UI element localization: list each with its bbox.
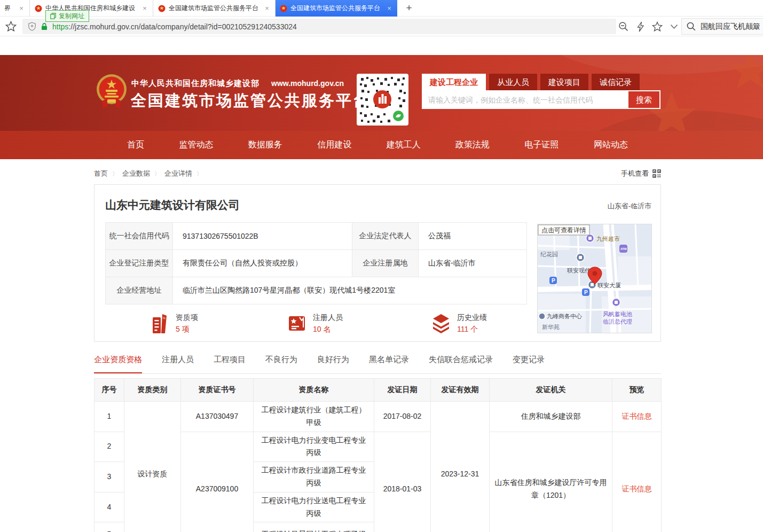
tab-registered-personnel[interactable]: 注册人员 [162, 355, 194, 373]
close-icon[interactable]: × [141, 4, 148, 12]
breadcrumb-home[interactable]: 首页 [94, 169, 108, 178]
stat-label: 注册人员 [313, 313, 343, 323]
new-tab-button[interactable]: + [402, 1, 416, 15]
tab-blacklist[interactable]: 黑名单记录 [369, 355, 409, 373]
search-tab-enterprise[interactable]: 建设工程企业 [422, 74, 486, 90]
info-label: 企业登记注册类型 [106, 250, 173, 277]
tab-qualifications[interactable]: 企业资质资格 [94, 355, 142, 373]
tab-good-behavior[interactable]: 良好行为 [317, 355, 349, 373]
hot-search-box[interactable]: 国航回应飞机颠簸 [681, 18, 763, 35]
tab-change-records[interactable]: 变更记录 [513, 355, 545, 373]
col-header-category: 资质类别 [124, 379, 181, 402]
site-favicon-emblem-icon [158, 5, 166, 12]
tab-bad-behavior[interactable]: 不良行为 [265, 355, 297, 373]
cert-info-link[interactable]: 证书信息 [622, 412, 652, 420]
nav-item-credit[interactable]: 信用建设 [317, 139, 351, 151]
layers-icon [431, 313, 451, 333]
table-header-row: 序号 资质类别 资质证书号 资质名称 发证日期 发证有效期 发证机关 预览 [95, 379, 662, 402]
lightning-icon[interactable] [636, 21, 644, 32]
map-label-battery-2: 临沂总代理 [603, 318, 632, 325]
map-parking-label: P [584, 290, 588, 295]
browser-tab-jzsc-active[interactable]: 全国建筑市场监管公共服务平台 × [276, 0, 397, 17]
browser-tab-partial[interactable]: 界 × [0, 0, 30, 17]
tab-dishonesty[interactable]: 失信联合惩戒记录 [429, 355, 493, 373]
copy-icon [50, 13, 56, 19]
close-icon[interactable]: × [18, 4, 25, 12]
national-emblem-icon [96, 73, 128, 113]
nav-item-site-news[interactable]: 网站动态 [594, 139, 628, 151]
search-button[interactable]: 搜索 [627, 90, 660, 109]
qr-pattern-icon [357, 74, 408, 126]
map-label-atm: ATM [620, 247, 627, 251]
stat-registered-personnel[interactable]: 注册人员 10 名 [287, 313, 343, 334]
nav-item-workers[interactable]: 建筑工人 [387, 139, 421, 151]
table-row: 企业登记注册类型 有限责任公司（自然人投资或控股） 企业注册属地 山东省-临沂市 [106, 250, 527, 277]
shield-icon[interactable] [28, 22, 36, 31]
chevron-down-icon[interactable] [670, 24, 678, 29]
info-label: 统一社会信用代码 [106, 223, 173, 250]
cert-no: A137030497 [181, 402, 254, 432]
map-label-tower: 联安大厦 [597, 282, 621, 288]
stat-qualifications[interactable]: 资质项 5 项 [151, 313, 198, 334]
nav-item-ecert[interactable]: 电子证照 [525, 139, 559, 151]
favorite-star-icon[interactable] [652, 21, 663, 32]
company-info-table: 统一社会信用代码 91371302675501022B 企业法定代表人 公茂福 … [105, 222, 527, 304]
ministry-site-url: www.mohurd.gov.cn [271, 79, 344, 88]
mobile-qr-icon [652, 169, 661, 178]
stat-value: 111 个 [457, 325, 487, 334]
ministry-title: 中华人民共和国住房和城乡建设部www.mohurd.gov.cn [131, 79, 344, 89]
search-tab-project[interactable]: 建设项目 [540, 74, 588, 90]
browser-tab-jzsc-1[interactable]: 全国建筑市场监管公共服务平台 × [154, 0, 276, 17]
info-label: 企业经营地址 [106, 277, 173, 304]
browser-address-bar: https://jzsc.mohurd.gov.cn/data/company/… [0, 17, 763, 36]
table-row: 统一社会信用代码 91371302675501022B 企业法定代表人 公茂福 [106, 223, 527, 250]
validity-date: 2023-12-31 [431, 402, 490, 532]
stat-historical-projects[interactable]: 历史业绩 111 个 [431, 313, 487, 334]
hot-search-text: 国航回应飞机颠簸 [701, 22, 760, 32]
location-map[interactable]: 纪花园 九州超市 ATM 联安现代城 P P 联安大厦 九峰商务中心 [537, 224, 652, 333]
nav-item-supervision[interactable]: 监管动态 [179, 139, 213, 151]
qr-code [357, 74, 408, 126]
map-label-garden: 纪花园 [540, 251, 558, 257]
map-parking-label: P [552, 278, 555, 284]
issue-date: 2018-01-03 [374, 432, 431, 532]
breadcrumb-company-data[interactable]: 企业数据 [122, 169, 150, 178]
qualification-name: 工程设计建筑行业（建筑工程）甲级 [254, 402, 374, 432]
site-favicon-emblem-icon [280, 5, 287, 12]
map-tooltip: 点击可查看详情 [541, 226, 586, 234]
keyword-search-input[interactable] [422, 90, 625, 109]
cert-info-link[interactable]: 证书信息 [622, 484, 652, 493]
qualification-table: 序号 资质类别 资质证书号 资质名称 发证日期 发证有效期 发证机关 预览 1 … [94, 378, 662, 532]
close-icon[interactable]: × [263, 4, 271, 12]
nav-item-policy[interactable]: 政策法规 [455, 139, 490, 151]
stat-label: 资质项 [176, 313, 198, 323]
col-header-no: 序号 [95, 379, 124, 402]
close-icon[interactable]: × [386, 4, 393, 12]
copy-url-label: 复制网址 [59, 12, 84, 21]
qualification-name: 工程设计市政行业道路工程专业丙级 [254, 462, 374, 492]
main-nav: 首页 监管动态 数据服务 信用建设 建筑工人 政策法规 电子证照 网站动态 [0, 131, 763, 159]
mobile-view[interactable]: 手机查看 [617, 169, 661, 178]
qualification-name: 工程设计电力行业变电工程专业丙级 [254, 432, 374, 462]
search-tab-credit[interactable]: 诚信记录 [592, 74, 640, 90]
tab-projects[interactable]: 工程项目 [214, 355, 246, 373]
registration-type-value: 有限责任公司（自然人投资或控股） [173, 250, 352, 277]
breadcrumb-company-detail[interactable]: 企业详情 [164, 169, 192, 178]
address-bar-actions [618, 21, 678, 32]
platform-title: 全国建筑市场监管公共服务平台 [131, 90, 370, 112]
copy-url-tooltip[interactable]: 复制网址 [45, 10, 89, 22]
issuing-authority: 住房和城乡建设部 [490, 402, 612, 432]
qualification-category: 设计资质 [124, 402, 181, 532]
search-tab-personnel[interactable]: 从业人员 [489, 74, 537, 90]
nav-item-data-service[interactable]: 数据服务 [248, 139, 282, 151]
zoom-out-icon[interactable] [618, 21, 629, 32]
bookmark-star-icon[interactable] [5, 21, 17, 32]
tab-title: 全国建筑市场监管公共服务平台 [169, 4, 260, 13]
table-row: 企业经营地址 临沂市兰山区陶然路107号星河晶都（联安）现代城1号楼2201室 [106, 277, 527, 304]
url-field[interactable]: https://jzsc.mohurd.gov.cn/data/company/… [22, 19, 616, 34]
nav-item-home[interactable]: 首页 [127, 139, 144, 151]
col-header-cert-no: 资质证书号 [181, 379, 254, 402]
secure-lock-icon[interactable] [41, 22, 48, 30]
qualification-name: 工程设计电力行业送电工程专业丙级 [254, 492, 374, 522]
row-no: 5 [95, 522, 124, 532]
